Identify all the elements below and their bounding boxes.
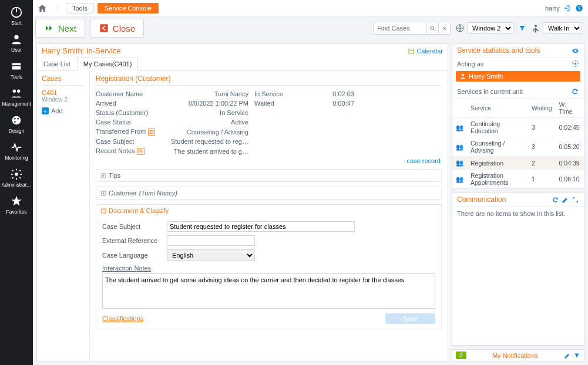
stats-title: Service statistics and tools (457, 46, 540, 55)
walkin-icon (531, 23, 540, 33)
tab-my-cases[interactable]: My Cases(C401) (77, 58, 139, 71)
eye-icon[interactable] (572, 47, 579, 55)
svg-rect-3 (12, 66, 21, 70)
find-cases-input[interactable] (374, 23, 426, 33)
case-record-link[interactable]: case record (407, 157, 441, 164)
next-button[interactable]: Next (35, 19, 85, 38)
add-case-button[interactable]: +Add (42, 107, 85, 114)
edit-icon[interactable] (562, 196, 569, 204)
svg-point-8 (17, 118, 19, 120)
sidebar-item-monitoring[interactable]: Monitoring (0, 137, 33, 164)
filter-icon[interactable] (518, 24, 526, 32)
section-document-classify[interactable]: Document & Classify (96, 205, 441, 217)
sidebar-label: Monitoring (5, 155, 28, 161)
communication-title: Communication (457, 195, 506, 204)
help-icon[interactable]: ? (575, 4, 583, 12)
svg-point-21 (574, 63, 576, 65)
section-customer[interactable]: Customer (Tumi Nancy) (96, 187, 441, 199)
refresh-icon[interactable] (552, 196, 559, 204)
svg-point-16 (535, 25, 537, 27)
close-button[interactable]: Close (90, 19, 144, 38)
tab-case-list[interactable]: Case List (37, 58, 77, 70)
table-row[interactable]: 👥Registration Appointments10:06:10 (452, 170, 584, 189)
svg-rect-13 (100, 24, 108, 32)
svg-rect-17 (409, 49, 414, 53)
search-icon[interactable] (426, 22, 438, 34)
svg-point-14 (431, 26, 434, 29)
svg-point-6 (12, 116, 21, 125)
case-language-select[interactable]: English (167, 249, 255, 261)
main-panel: Harry Smith: In-Service Calendar Case Li… (36, 43, 448, 361)
svg-rect-2 (12, 63, 21, 66)
notification-badge: 3 (456, 352, 466, 359)
topbar: 〉 Tools Service Console harry ? (33, 0, 588, 16)
expand-icon[interactable] (572, 196, 579, 204)
svg-point-4 (13, 90, 16, 93)
edit-icon[interactable] (564, 352, 571, 359)
right-sidebar: Service statistics and tools Acting as H… (452, 43, 584, 361)
page-title: Harry Smith: In-Service (42, 46, 120, 55)
case-item[interactable]: C401 Window 2 (42, 89, 85, 103)
classifications-link[interactable]: Classifications (102, 315, 143, 322)
plus-icon: + (42, 107, 49, 114)
sidebar-item-design[interactable]: Design (0, 110, 33, 137)
svg-point-22 (462, 74, 464, 76)
gear-icon[interactable] (572, 60, 579, 67)
sidebar-label: Start (11, 20, 22, 26)
sidebar-label: Administrat… (1, 182, 31, 188)
sidebar-item-start[interactable]: Start (0, 2, 33, 29)
sidebar-item-favorites[interactable]: Favorites (0, 191, 33, 218)
notes-icon[interactable]: ✎ (137, 148, 145, 155)
acting-as-pill[interactable]: Harry Smith (456, 71, 580, 82)
sidebar-item-tools[interactable]: Tools (0, 56, 33, 83)
nav-sidebar: Start User Tools Management Design Monit… (0, 0, 33, 365)
sidebar-label: Tools (11, 74, 22, 80)
globe-icon (455, 23, 465, 33)
table-row[interactable]: 👥Continuing Education30:02:45 (452, 118, 584, 137)
expand-icon[interactable]: ⊟ (148, 129, 155, 136)
current-user: harry (545, 5, 560, 12)
walkin-select[interactable]: Walk In (543, 22, 582, 34)
breadcrumb-service-console[interactable]: Service Console (98, 3, 159, 13)
svg-point-5 (17, 90, 20, 93)
external-ref-input[interactable] (167, 235, 255, 246)
svg-point-7 (14, 118, 16, 120)
interaction-notes-input[interactable] (102, 273, 435, 309)
interaction-notes-label: Interaction Notes (102, 265, 435, 272)
cases-column: Cases C401 Window 2 +Add (37, 71, 90, 361)
home-icon[interactable] (38, 4, 47, 13)
action-bar: Next Close Window 2 Walk In (33, 16, 588, 40)
svg-point-1 (14, 35, 18, 39)
save-button[interactable]: Save (385, 313, 435, 324)
section-tips[interactable]: Tips (96, 170, 441, 181)
notifications-bar[interactable]: 3 My Notifications (452, 349, 584, 361)
svg-point-9 (14, 121, 16, 123)
sidebar-label: Management (2, 101, 31, 107)
case-detail: Registration (Customer) Customer NameTum… (90, 71, 448, 361)
sidebar-label: Favorites (6, 209, 27, 215)
filter-icon[interactable] (573, 352, 580, 359)
sidebar-item-management[interactable]: Management (0, 83, 33, 110)
sidebar-label: User (11, 47, 22, 53)
tabs: Case List My Cases(C401) (37, 58, 448, 71)
svg-text:?: ? (578, 5, 581, 11)
communication-body: There are no items to show in this list. (452, 207, 584, 295)
table-row[interactable]: 👥Counseling / Advising30:05:20 (452, 137, 584, 157)
registration-heading: Registration (Customer) (96, 75, 442, 86)
sidebar-item-user[interactable]: User (0, 29, 33, 56)
svg-point-10 (15, 173, 18, 176)
calendar-link[interactable]: Calendar (408, 48, 443, 55)
case-subject-input[interactable] (167, 221, 355, 232)
table-row[interactable]: 👥Registration20:04:39 (452, 157, 584, 170)
cases-header: Cases (42, 75, 85, 86)
breadcrumb-tools[interactable]: Tools (66, 3, 94, 13)
window-select[interactable]: Window 2 (467, 22, 513, 34)
services-header: Services in current unit (457, 88, 523, 95)
services-table: ServiceWaitingW. Time 👥Continuing Educat… (452, 98, 584, 188)
sidebar-item-admin[interactable]: Administrat… (0, 164, 33, 191)
sidebar-label: Design (9, 128, 24, 134)
refresh-icon[interactable] (571, 87, 579, 96)
find-cases (373, 22, 451, 35)
clear-icon[interactable] (438, 22, 450, 34)
login-icon[interactable] (563, 4, 572, 12)
